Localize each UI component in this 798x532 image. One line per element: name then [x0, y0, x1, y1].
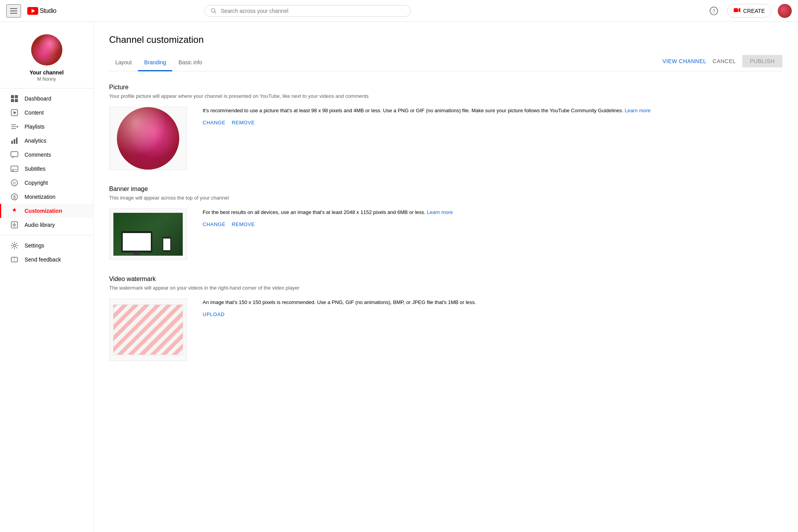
banner-info: For the best results on all devices, use…	[203, 209, 782, 227]
camera-icon	[734, 7, 741, 13]
sidebar-item-comments[interactable]: Comments	[0, 148, 93, 162]
banner-monitor	[121, 231, 152, 253]
sidebar-item-dashboard[interactable]: Dashboard	[0, 92, 93, 106]
banner-image-box	[109, 209, 187, 260]
sidebar-label-dashboard: Dashboard	[25, 95, 51, 102]
help-icon: ?	[710, 7, 718, 15]
sidebar-item-copyright[interactable]: © Copyright	[0, 176, 93, 190]
svg-text:$: $	[13, 194, 16, 200]
tab-branding[interactable]: Branding	[138, 55, 172, 71]
sidebar: Your channel M Nonny Dashboard Content P…	[0, 22, 94, 532]
sidebar-label-monetization: Monetization	[25, 194, 55, 200]
analytics-icon	[11, 137, 18, 145]
svg-line-3	[215, 12, 216, 13]
app-body: Your channel M Nonny Dashboard Content P…	[0, 22, 798, 532]
dashboard-icon	[11, 95, 18, 103]
profile-picture-inner	[117, 107, 179, 170]
picture-content: It's recommended to use a picture that's…	[109, 107, 782, 170]
search-input[interactable]	[221, 8, 404, 14]
watermark-action-btns: UPLOAD	[203, 311, 782, 317]
channel-name: Your channel	[30, 69, 64, 76]
sidebar-item-analytics[interactable]: Analytics	[0, 134, 93, 148]
comments-icon	[11, 151, 18, 159]
sidebar-label-copyright: Copyright	[25, 180, 48, 186]
feedback-icon: !	[11, 256, 18, 263]
banner-phone	[162, 237, 171, 252]
svg-text:!: !	[14, 257, 15, 262]
user-avatar-button[interactable]	[778, 4, 792, 18]
tab-basic-info[interactable]: Basic info	[172, 55, 208, 71]
copyright-icon: ©	[11, 179, 18, 187]
create-label: CREATE	[743, 8, 765, 14]
view-channel-button[interactable]: VIEW CHANNEL	[662, 58, 706, 64]
picture-remove-button[interactable]: REMOVE	[232, 120, 255, 125]
cancel-button[interactable]: CANCEL	[713, 58, 736, 64]
sidebar-label-analytics: Analytics	[25, 138, 46, 144]
sidebar-item-playlists[interactable]: Playlists	[0, 120, 93, 134]
sidebar-label-feedback: Send feedback	[25, 256, 61, 263]
sidebar-item-feedback[interactable]: ! Send feedback	[0, 253, 93, 267]
banner-content: For the best results on all devices, use…	[109, 209, 782, 260]
watermark-upload-button[interactable]: UPLOAD	[203, 311, 224, 317]
svg-rect-20	[16, 138, 18, 144]
tab-layout[interactable]: Layout	[109, 55, 138, 71]
sidebar-item-customization[interactable]: Customization	[0, 204, 93, 218]
svg-marker-17	[17, 125, 18, 128]
watermark-preview	[113, 304, 183, 355]
subtitles-icon	[11, 165, 18, 173]
help-button[interactable]: ?	[707, 4, 721, 18]
monetization-icon: $	[11, 193, 18, 201]
nav-divider	[0, 235, 93, 235]
sidebar-label-settings: Settings	[25, 242, 44, 249]
svg-rect-11	[15, 99, 18, 102]
sidebar-label-content: Content	[25, 110, 44, 116]
sidebar-item-monetization[interactable]: $ Monetization	[0, 190, 93, 204]
channel-handle: M Nonny	[37, 76, 56, 82]
picture-change-button[interactable]: CHANGE	[203, 120, 226, 125]
banner-change-button[interactable]: CHANGE	[203, 221, 226, 227]
create-button[interactable]: CREATE	[727, 4, 772, 18]
banner-preview	[113, 213, 183, 256]
sidebar-item-subtitles[interactable]: Subtitles	[0, 162, 93, 176]
sidebar-label-playlists: Playlists	[25, 124, 44, 130]
search-icon	[211, 8, 217, 14]
svg-marker-7	[738, 8, 740, 12]
svg-rect-6	[734, 8, 738, 12]
tab-actions: VIEW CHANNEL CANCEL PUBLISH	[662, 55, 782, 71]
sidebar-label-comments: Comments	[25, 152, 51, 158]
picture-description: Your profile picture will appear where y…	[109, 93, 782, 99]
avatar	[778, 4, 792, 18]
playlists-icon	[11, 123, 18, 131]
channel-info: Your channel M Nonny	[0, 28, 93, 88]
main-content: Channel customization Layout Branding Ba…	[94, 22, 798, 532]
watermark-stripes	[113, 305, 183, 355]
watermark-info-text: An image that's 150 x 150 pixels is reco…	[203, 299, 782, 307]
watermark-section: Video watermark The watermark will appea…	[109, 276, 782, 361]
topbar-left: Studio	[6, 4, 56, 18]
svg-rect-8	[11, 95, 14, 98]
sidebar-label-customization: Customization	[25, 208, 62, 214]
channel-avatar	[31, 34, 62, 65]
sidebar-item-settings[interactable]: Settings	[0, 239, 93, 253]
search-bar	[204, 5, 411, 17]
banner-learn-more[interactable]: Learn more	[427, 209, 453, 215]
watermark-title: Video watermark	[109, 276, 782, 283]
record-icon	[734, 7, 741, 15]
watermark-info: An image that's 150 x 150 pixels is reco…	[203, 299, 782, 317]
publish-button[interactable]: PUBLISH	[742, 55, 782, 67]
customization-icon	[11, 207, 18, 215]
sidebar-item-audio-library[interactable]: Audio library	[0, 218, 93, 232]
sidebar-item-content[interactable]: Content	[0, 106, 93, 120]
svg-rect-23	[11, 166, 18, 171]
svg-text:?: ?	[713, 8, 715, 14]
sidebar-label-subtitles: Subtitles	[25, 166, 46, 172]
sidebar-label-audio-library: Audio library	[25, 222, 55, 228]
topbar: Studio ? CREATE	[0, 0, 798, 22]
picture-learn-more[interactable]: Learn more	[625, 108, 650, 113]
svg-rect-19	[14, 139, 15, 144]
banner-remove-button[interactable]: REMOVE	[232, 221, 255, 227]
profile-picture-preview	[117, 107, 179, 170]
menu-button[interactable]	[6, 4, 21, 18]
banner-title: Banner image	[109, 186, 782, 193]
logo[interactable]: Studio	[27, 7, 56, 15]
